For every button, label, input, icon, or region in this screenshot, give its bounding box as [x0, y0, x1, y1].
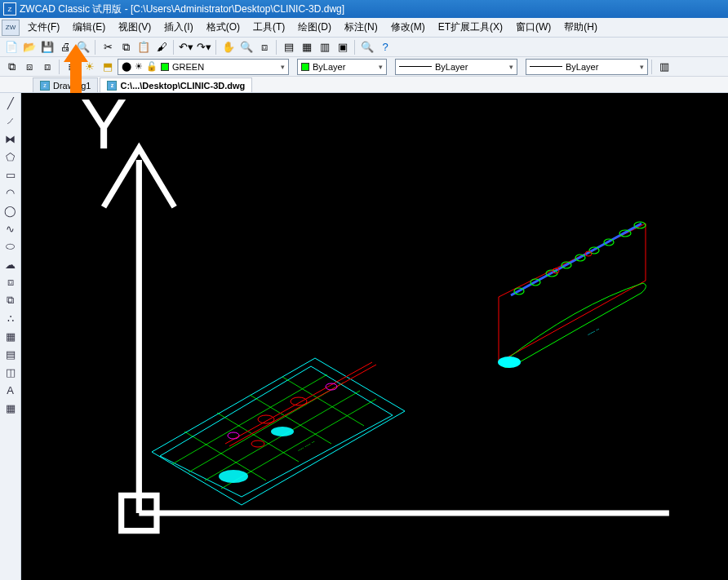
linetype-label: ByLayer: [435, 62, 468, 72]
color-dropdown[interactable]: ByLayer ▾: [297, 59, 387, 75]
preview-icon[interactable]: 🔍: [75, 39, 91, 55]
drawing-canvas[interactable]: ---- ---- --: [21, 93, 728, 580]
menu-annot[interactable]: 标注(N): [338, 18, 384, 37]
layer-light-icon: ⬤: [122, 61, 131, 72]
linetype-dropdown[interactable]: ByLayer ▾: [395, 59, 517, 75]
linetype-preview: [399, 66, 432, 67]
color-swatch: [301, 63, 309, 71]
tab-label: C:\...\Desktop\CLINIC-3D.dwg: [120, 81, 245, 91]
match-icon[interactable]: 🖌: [153, 39, 170, 55]
layer-lock2-icon: 🔓: [146, 61, 158, 72]
layer-name: GREEN: [172, 62, 204, 72]
window-title: ZWCAD Classic 试用版 - [C:\Users\Administra…: [20, 2, 344, 16]
chevron-down-icon: ▾: [374, 63, 383, 71]
menu-insert[interactable]: 插入(I): [158, 18, 199, 37]
document-tabs: z Drawing1 z C:\...\Desktop\CLINIC-3D.dw…: [0, 77, 728, 93]
print-icon[interactable]: 🖨: [57, 39, 73, 55]
spline-icon[interactable]: ∿: [2, 220, 19, 237]
save-icon[interactable]: 💾: [39, 39, 55, 55]
separator: [354, 40, 356, 55]
undo-icon[interactable]: ↶▾: [178, 39, 194, 55]
ucs-y-label: Y: [80, 93, 127, 163]
color-label: ByLayer: [313, 62, 345, 72]
app-icon: Z: [3, 2, 16, 15]
lineweight-dropdown[interactable]: ByLayer ▾: [526, 59, 648, 75]
pan-icon[interactable]: ✋: [220, 39, 237, 55]
help-icon[interactable]: ?: [377, 39, 393, 55]
zoom-window-icon[interactable]: ⧈: [256, 39, 273, 55]
gradient-icon[interactable]: ▤: [2, 346, 19, 362]
chevron-down-icon: ▾: [276, 63, 285, 71]
layer-iso-icon[interactable]: ⧉: [3, 59, 20, 75]
layer-dropdown[interactable]: ⬤ ☀ 🔓 GREEN ▾: [118, 59, 289, 75]
separator: [173, 40, 175, 55]
layer-color-swatch: [161, 63, 169, 71]
region-icon[interactable]: ◫: [2, 364, 19, 380]
tab-label: Drawing1: [53, 81, 91, 91]
insert-icon[interactable]: ⧉: [2, 292, 19, 308]
lineweight-label: ByLayer: [566, 62, 598, 72]
sheet-icon[interactable]: ▦: [299, 39, 315, 55]
menu-modify[interactable]: 修改(M): [384, 18, 432, 37]
menu-bar: ZW 文件(F) 编辑(E) 视图(V) 插入(I) 格式(O) 工具(T) 绘…: [0, 18, 728, 38]
menu-format[interactable]: 格式(O): [200, 18, 246, 37]
menu-help[interactable]: 帮助(H): [557, 18, 604, 37]
layer-state-icon[interactable]: ⧇: [21, 59, 38, 75]
app-menu-icon[interactable]: ZW: [2, 20, 20, 36]
rectangle-icon[interactable]: ▭: [2, 166, 19, 183]
chevron-down-icon: ▾: [635, 63, 644, 71]
layer-toolbar: ⧉ ⧇ ⧈ ≣ ☀ ⬒ ⬤ ☀ 🔓 GREEN ▾ ByLayer ▾ ByLa…: [0, 57, 728, 77]
menu-ettool[interactable]: ET扩展工具(X): [432, 18, 509, 37]
tab-drawing1[interactable]: z Drawing1: [33, 77, 98, 92]
tab-clinic3d[interactable]: z C:\...\Desktop\CLINIC-3D.dwg: [100, 77, 252, 92]
workspace: ╱ ⟋ ⧓ ⬠ ▭ ◠ ◯ ∿ ⬭ ☁ ⧈ ⧉ ∴ ▦ ▤ ◫ A ▦: [0, 93, 728, 580]
separator: [276, 40, 277, 55]
separator: [95, 40, 96, 55]
standard-toolbar: 📄 📂 💾 🖨 🔍 ✂ ⧉ 📋 🖌 ↶▾ ↷▾ ✋ 🔍 ⧈ ▤ ▦ ▥ ▣ 🔍 …: [0, 38, 728, 57]
layer-manager-icon[interactable]: ≣: [64, 59, 80, 75]
layer-off-icon[interactable]: ⧈: [39, 59, 55, 75]
menu-edit[interactable]: 编辑(E): [66, 18, 112, 37]
separator: [215, 40, 217, 55]
redo-icon[interactable]: ↷▾: [196, 39, 212, 55]
separator: [651, 60, 653, 74]
properties-icon[interactable]: ▤: [281, 39, 297, 55]
hatch-icon[interactable]: ▦: [2, 328, 19, 344]
layer-lock-icon[interactable]: ⬒: [100, 59, 116, 75]
table-icon[interactable]: ▦: [2, 400, 19, 416]
new-icon[interactable]: 📄: [3, 39, 20, 55]
title-bar: Z ZWCAD Classic 试用版 - [C:\Users\Administ…: [0, 0, 728, 18]
dwg-icon: z: [40, 81, 50, 91]
revcloud-icon[interactable]: ☁: [2, 256, 19, 272]
ellipse-icon[interactable]: ⬭: [2, 238, 19, 255]
polyline-icon[interactable]: ⧓: [2, 131, 19, 147]
layer-sun-icon: ☀: [135, 61, 143, 72]
menu-file[interactable]: 文件(F): [21, 18, 66, 37]
separator: [59, 60, 60, 74]
dwg-icon: z: [107, 81, 117, 91]
cut-icon[interactable]: ✂: [100, 39, 116, 55]
calc-icon[interactable]: ▣: [335, 39, 351, 55]
zoom-icon[interactable]: 🔍: [359, 39, 375, 55]
polygon-icon[interactable]: ⬠: [2, 148, 19, 165]
tool-palette-icon[interactable]: ▥: [317, 39, 333, 55]
construction-line-icon[interactable]: ⟋: [2, 113, 19, 129]
text-icon[interactable]: A: [2, 382, 19, 398]
paste-icon[interactable]: 📋: [135, 39, 152, 55]
menu-draw[interactable]: 绘图(D): [291, 18, 338, 37]
zoom-realtime-icon[interactable]: 🔍: [238, 39, 255, 55]
menu-tools[interactable]: 工具(T): [246, 18, 291, 37]
menu-view[interactable]: 视图(V): [112, 18, 158, 37]
menu-window[interactable]: 窗口(W): [509, 18, 557, 37]
plot-style-icon[interactable]: ▥: [656, 59, 673, 75]
block-icon[interactable]: ⧈: [2, 274, 19, 290]
line-icon[interactable]: ╱: [2, 95, 19, 111]
lineweight-preview: [530, 66, 562, 67]
copy-icon[interactable]: ⧉: [118, 39, 134, 55]
circle-icon[interactable]: ◯: [2, 202, 19, 219]
layer-prev-icon[interactable]: ☀: [82, 59, 98, 75]
open-icon[interactable]: 📂: [21, 39, 38, 55]
ucs-icon: Y: [21, 93, 728, 580]
point-icon[interactable]: ∴: [2, 310, 19, 326]
arc-icon[interactable]: ◠: [2, 184, 19, 201]
